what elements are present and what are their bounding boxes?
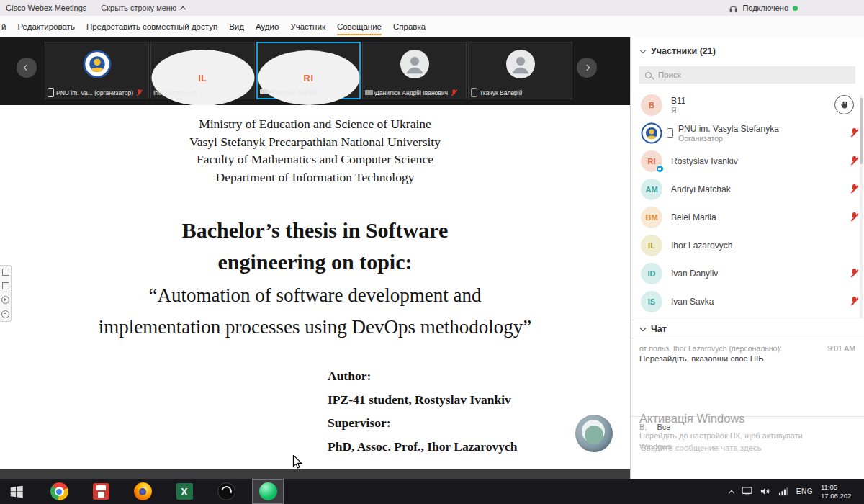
participant-search[interactable]	[639, 66, 855, 84]
display-icon[interactable]	[742, 487, 752, 496]
tray-expand-icon[interactable]	[729, 490, 734, 495]
menu-audio[interactable]: Аудио	[256, 22, 279, 31]
video-thumbnail-ihor[interactable]: IL Ihor Lazarovych	[150, 42, 255, 99]
thumbnail-name: Rostyslav Ivankiv	[270, 89, 318, 96]
hand-icon	[840, 100, 849, 109]
participant-name: Ihor Lazarovych	[671, 240, 732, 251]
avatar: ID	[641, 263, 662, 284]
hide-menu-button[interactable]: Скрыть строку меню	[101, 4, 185, 12]
person-silhouette-icon	[506, 50, 535, 78]
taskbar-excel-icon[interactable]: X	[168, 479, 200, 504]
tray-date: 17.06.202	[821, 492, 860, 500]
participant-row-belei[interactable]: BM Belei Mariia	[631, 203, 864, 231]
mic-muted-icon	[850, 297, 858, 307]
avatar-initials: IS	[648, 297, 655, 306]
language-indicator[interactable]: ENG	[796, 487, 813, 495]
taskbar-chrome-icon[interactable]	[43, 479, 75, 504]
chat-to-value[interactable]: Все	[657, 423, 670, 431]
zoom-in-icon[interactable]	[1, 296, 9, 304]
participant-row-rostyslav[interactable]: RI Rostyslav Ivankiv	[631, 147, 864, 175]
menu-file[interactable]: й	[1, 22, 6, 31]
start-button[interactable]	[0, 479, 33, 504]
zoom-out-icon[interactable]	[1, 310, 9, 318]
chat-to-label: В:	[639, 423, 647, 431]
chat-recipient-row[interactable]: В: Все	[639, 423, 855, 431]
chat-sender: от польз. Ihor Lazarovych (персонально):	[639, 344, 782, 353]
participant-name: Ivan Savka	[671, 297, 714, 307]
chat-message-meta: от польз. Ihor Lazarovych (персонально):…	[631, 340, 864, 354]
chevron-right-icon	[584, 65, 590, 71]
mic-muted-icon	[451, 89, 457, 96]
slide-topic-line: “Automation of software development and	[0, 279, 630, 311]
thumbnail-label: Ткачук Валерій	[471, 88, 570, 97]
taskbar-webex-icon[interactable]	[252, 479, 284, 504]
phone-icon	[471, 88, 477, 97]
video-thumbnail-tkachuk[interactable]: Ткачук Валерій	[468, 42, 572, 99]
camera-icon	[260, 89, 268, 94]
strip-prev-button[interactable]	[17, 58, 37, 78]
strip-next-button[interactable]	[577, 58, 597, 78]
avatar: BM	[641, 207, 662, 228]
chat-timestamp: 9:01 AM	[827, 344, 855, 353]
window-titlebar: Cisco Webex Meetings Скрыть строку меню …	[0, 0, 864, 16]
author-label: Author:	[328, 364, 517, 388]
chat-header[interactable]: Чат	[631, 320, 864, 338]
select-tool-icon[interactable]	[2, 282, 9, 289]
avatar: AM	[641, 179, 662, 200]
chat-message-text: Перезайдіть, вказавши своє ПІБ	[631, 354, 864, 363]
avatar-initials: BM	[645, 213, 657, 222]
avatar-initials: RI	[304, 73, 314, 84]
slide-author-block: Author: IPZ-41 student, Rostyslav Ivanki…	[328, 364, 517, 458]
menu-participant[interactable]: Участник	[290, 22, 325, 31]
chat-compose-area: В: Все	[631, 416, 864, 479]
participant-row-b11[interactable]: B B11 Я	[631, 91, 864, 119]
connection-label: Подключено	[742, 4, 788, 12]
chat-input[interactable]	[639, 443, 858, 453]
silhouette-avatar	[506, 50, 535, 78]
participant-row-savka[interactable]: IS Ivan Savka	[631, 287, 864, 315]
thumbnail-name: Ткачук Валерій	[480, 89, 522, 96]
mic-muted-icon	[850, 212, 858, 222]
slide-line: Ministry of Education and Science of Ukr…	[0, 115, 630, 133]
participants-scrollbar-thumb[interactable]	[860, 98, 863, 164]
tray-time: 11:05	[821, 483, 860, 492]
participant-row-danyliv[interactable]: ID Ivan Danyliv	[631, 259, 864, 287]
menu-edit[interactable]: Редактировать	[17, 22, 74, 31]
video-thumbnail-pnu[interactable]: PNU im. Va... (организатор)	[45, 42, 149, 99]
participant-row-ihor[interactable]: IL Ihor Lazarovych	[631, 231, 864, 259]
participant-name: Ivan Danyliv	[671, 269, 718, 279]
mic-muted-icon	[850, 156, 858, 166]
menu-help[interactable]: Справка	[393, 22, 426, 31]
taskbar-obs-icon[interactable]	[210, 479, 242, 504]
taskbar-firefox-icon[interactable]	[127, 479, 158, 504]
speaker-icon[interactable]	[760, 487, 770, 496]
network-icon[interactable]	[778, 487, 788, 496]
online-dot-icon	[793, 6, 798, 11]
menu-meeting[interactable]: Совещание	[337, 22, 382, 31]
annotate-tool-icon[interactable]	[2, 269, 9, 276]
slide-institution-block: Ministry of Education and Science of Ukr…	[0, 115, 630, 186]
search-input[interactable]	[657, 70, 850, 80]
thumbnail-label: Данилюк Андрій Іванович	[365, 88, 464, 97]
windows-logo-icon	[9, 484, 24, 500]
raise-hand-button[interactable]	[834, 95, 854, 114]
mouse-cursor	[292, 455, 305, 469]
phone-device-icon	[667, 128, 673, 138]
mic-muted-icon	[850, 269, 858, 279]
participants-header[interactable]: Участники (21)	[631, 37, 864, 65]
participant-row-andryi[interactable]: AM Andryi Matchak	[631, 175, 864, 203]
avatar-initials: ID	[648, 269, 656, 278]
menu-share[interactable]: Предоставить совместный доступ	[86, 22, 217, 31]
avatar-initials: B	[649, 101, 654, 109]
slide-title-line: Bachelor’s thesis in Software	[0, 215, 630, 246]
participant-row-pnu[interactable]: PNU im. Vasyla Stefanyka Организатор	[631, 119, 864, 147]
search-icon	[645, 72, 652, 78]
chevron-down-icon	[640, 48, 646, 53]
pnu-logo-avatar	[641, 122, 662, 144]
video-thumbnail-rostyslav[interactable]: RI Rostyslav Ivankiv	[256, 42, 361, 99]
video-thumbnail-danyliuk[interactable]: Данилюк Андрій Іванович	[362, 42, 467, 99]
menu-view[interactable]: Вид	[229, 22, 244, 31]
tray-clock[interactable]: 11:05 17.06.202	[821, 483, 860, 500]
avatar-initials: RI	[648, 157, 656, 166]
taskbar-app-red-icon[interactable]	[85, 479, 117, 504]
